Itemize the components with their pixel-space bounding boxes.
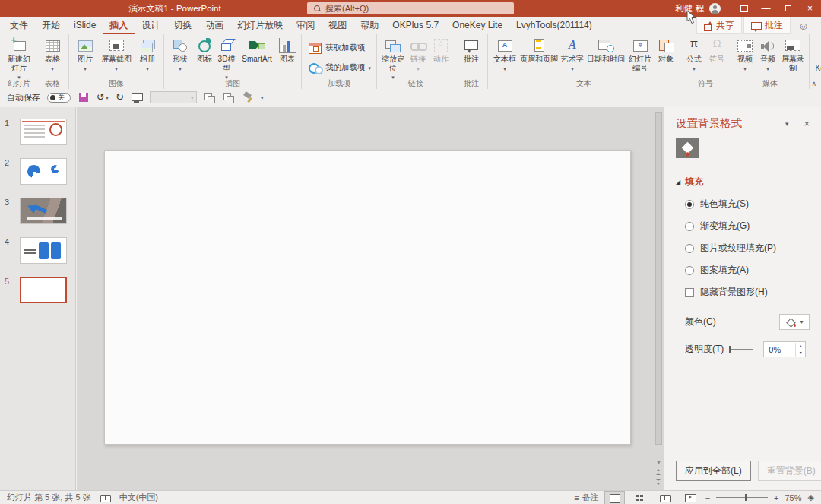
slide-sorter-view-button[interactable] bbox=[630, 492, 649, 504]
maximize-button[interactable] bbox=[777, 0, 799, 17]
save-button[interactable] bbox=[78, 91, 90, 103]
emoji-keyboard-button[interactable]: Emoji Keyboard bbox=[812, 35, 821, 72]
get-addins-button[interactable]: 获取加载项 bbox=[307, 41, 371, 55]
panel-close-button[interactable]: × bbox=[802, 118, 811, 129]
next-slide-button[interactable] bbox=[655, 479, 662, 486]
tab-view[interactable]: 视图 bbox=[322, 17, 353, 34]
thumbnail-slide-4[interactable]: 4 bbox=[20, 237, 67, 264]
pictures-button[interactable]: 图片 ▾ bbox=[71, 35, 99, 73]
tab-transitions[interactable]: 切换 bbox=[166, 17, 198, 34]
screenshot-button[interactable]: 屏幕截图 ▾ bbox=[99, 35, 134, 73]
customize-qat-button[interactable]: ▾ bbox=[261, 94, 264, 101]
zoom-slider-handle[interactable] bbox=[745, 494, 747, 501]
tab-design[interactable]: 设计 bbox=[135, 17, 166, 34]
language-indicator[interactable]: 中文(中国) bbox=[119, 492, 158, 503]
apply-to-all-button[interactable]: 应用到全部(L) bbox=[676, 461, 751, 481]
radio[interactable] bbox=[685, 244, 694, 253]
option-pattern-fill[interactable]: 图案填充(A) bbox=[685, 264, 811, 277]
slide-canvas[interactable] bbox=[104, 150, 631, 445]
tab-help[interactable]: 帮助 bbox=[353, 17, 385, 34]
zoom-in-button[interactable]: + bbox=[774, 493, 778, 502]
tab-file[interactable]: 文件 bbox=[3, 17, 35, 34]
zoom-out-button[interactable]: − bbox=[705, 493, 710, 502]
notes-button[interactable]: ≡ 备注 bbox=[574, 492, 598, 503]
tab-animations[interactable]: 动画 bbox=[198, 17, 230, 34]
option-solid-fill[interactable]: 纯色填充(S) bbox=[685, 198, 811, 211]
tab-islide[interactable]: iSlide bbox=[67, 17, 103, 34]
slideshow-view-button[interactable] bbox=[680, 492, 699, 504]
minimize-button[interactable]: — bbox=[755, 0, 777, 17]
transparency-spinner[interactable]: 0% ▴ ▾ bbox=[763, 341, 806, 357]
tab-onekey[interactable]: OneKey Lite bbox=[445, 17, 509, 34]
checkbox[interactable] bbox=[685, 288, 694, 297]
fit-to-window-button[interactable]: ◈ bbox=[808, 493, 814, 502]
slide-count-info[interactable]: 幻灯片 第 5 张, 共 5 张 bbox=[7, 492, 91, 503]
3d-models-button[interactable]: 3D模型 ▾ bbox=[215, 35, 238, 82]
tab-lvyhtools[interactable]: LvyhTools(201114) bbox=[509, 17, 599, 34]
option-hide-background-graphics[interactable]: 隐藏背景图形(H) bbox=[685, 286, 811, 299]
table-button[interactable]: 表格 ▾ bbox=[39, 35, 66, 73]
wordart-button[interactable]: A 艺术字 ▾ bbox=[559, 35, 586, 73]
slide-number-button[interactable]: # 幻灯片编号 bbox=[626, 35, 655, 72]
screen-recording-button[interactable]: 屏幕录制 bbox=[779, 35, 807, 72]
thumbnail-slide-3[interactable]: 3 bbox=[20, 198, 67, 224]
slider-handle[interactable] bbox=[729, 346, 731, 353]
radio[interactable] bbox=[685, 222, 694, 231]
undo-button[interactable]: ↺ bbox=[97, 91, 105, 103]
date-time-button[interactable]: 日期和时间 bbox=[586, 35, 626, 64]
panel-menu-chevron-icon[interactable]: ▾ bbox=[782, 119, 792, 129]
zoom-link-button[interactable]: 缩放定位 ▾ bbox=[379, 35, 407, 82]
bring-forward-button[interactable] bbox=[204, 91, 216, 103]
tab-review[interactable]: 审阅 bbox=[290, 17, 322, 34]
reading-view-button[interactable] bbox=[655, 492, 674, 504]
tab-home[interactable]: 开始 bbox=[35, 17, 67, 34]
feedback-smiley-icon[interactable]: ☺ bbox=[792, 20, 815, 32]
comments-button[interactable]: 批注 bbox=[743, 17, 791, 34]
textbox-button[interactable]: A 文本框 ▾ bbox=[490, 35, 519, 73]
tab-insert[interactable]: 插入 bbox=[103, 17, 135, 34]
radio[interactable] bbox=[685, 266, 694, 275]
start-from-beginning-button[interactable] bbox=[131, 91, 143, 103]
scrollbar-thumb[interactable] bbox=[655, 112, 662, 445]
spin-down-icon[interactable]: ▾ bbox=[796, 350, 805, 357]
normal-view-button[interactable] bbox=[605, 492, 624, 504]
collapse-ribbon-button[interactable]: ∧ bbox=[811, 80, 816, 87]
fill-section-header[interactable]: ◢ 填充 bbox=[676, 176, 811, 189]
equation-button[interactable]: π 公式 ▾ bbox=[683, 35, 705, 73]
option-picture-texture-fill[interactable]: 图片或纹理填充(P) bbox=[685, 242, 811, 255]
autosave-toggle[interactable]: 关 bbox=[47, 93, 71, 103]
shapes-button[interactable]: 形状 ▾ bbox=[166, 35, 194, 73]
audio-button[interactable]: 音频 ▾ bbox=[756, 35, 779, 73]
thumbnail-slide-2[interactable]: 2 bbox=[20, 158, 67, 185]
spin-up-icon[interactable]: ▴ bbox=[796, 343, 805, 350]
spellcheck-icon[interactable] bbox=[100, 493, 110, 502]
transparency-slider[interactable] bbox=[729, 346, 753, 353]
radio-selected[interactable] bbox=[685, 200, 694, 209]
fill-tab-selected[interactable] bbox=[676, 138, 699, 158]
chevron-down-icon[interactable]: ▾ bbox=[106, 94, 109, 101]
my-addins-button[interactable]: 我的加载项 ▾ bbox=[307, 61, 371, 74]
vertical-scrollbar[interactable] bbox=[655, 112, 663, 445]
redo-button[interactable]: ↻ bbox=[116, 91, 124, 103]
header-footer-button[interactable]: 页眉和页脚 bbox=[519, 35, 559, 64]
icons-button[interactable]: 图标 bbox=[194, 35, 215, 64]
zoom-level[interactable]: 75% bbox=[785, 493, 802, 502]
tab-okplus[interactable]: OKPlus 5.7 bbox=[385, 17, 445, 34]
new-comment-button[interactable]: 批注 bbox=[458, 35, 485, 64]
photo-album-button[interactable]: 相册 ▾ bbox=[134, 35, 161, 73]
send-backward-button[interactable] bbox=[223, 91, 235, 103]
video-button[interactable]: 视频 ▾ bbox=[734, 35, 756, 73]
close-button[interactable]: × bbox=[799, 0, 821, 17]
share-button[interactable]: 共享 bbox=[696, 17, 742, 34]
option-gradient-fill[interactable]: 渐变填充(G) bbox=[685, 220, 811, 233]
search-box[interactable]: 搜索(Alt+Q) bbox=[307, 2, 514, 14]
previous-slide-button[interactable] bbox=[655, 469, 662, 476]
ribbon-display-options-button[interactable] bbox=[733, 0, 755, 17]
transparency-value[interactable]: 0% bbox=[764, 345, 795, 354]
thumbnail-slide-1[interactable]: 1 bbox=[20, 119, 67, 145]
new-slide-button[interactable]: 新建幻灯片 ▾ bbox=[5, 35, 33, 82]
thumbnail-slide-5-selected[interactable]: 5 bbox=[20, 277, 67, 303]
fill-color-button[interactable]: ▾ bbox=[779, 314, 810, 330]
scroll-down-arrow[interactable]: ▼ bbox=[656, 460, 661, 466]
format-painter-button[interactable] bbox=[242, 91, 254, 103]
